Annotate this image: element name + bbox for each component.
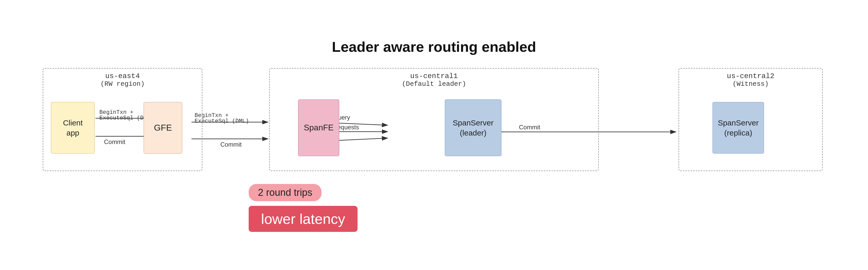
spanfe-label: SpanFE: [304, 122, 334, 133]
page-title: Leader aware routing enabled: [38, 38, 830, 55]
main-content: BeginTxn + ExecuteSql (DML) Commit Begin…: [38, 68, 830, 232]
badge-lower-latency: lower latency: [249, 206, 358, 232]
diagram-container: Leader aware routing enabled BeginTxn + …: [22, 28, 846, 242]
regions-wrapper: BeginTxn + ExecuteSql (DML) Commit Begin…: [38, 68, 825, 179]
spanserver-replica-label: SpanServer(replica): [718, 118, 758, 138]
region-east4: us-east4 (RW region) Clientapp GFE: [43, 68, 202, 171]
region-central1-label: us-central1 (Default leader): [402, 72, 466, 88]
box-gfe: GFE: [144, 102, 182, 154]
arrow-execute-sql-dml-label-2: ExecuteSql (DML): [195, 118, 249, 124]
box-spanserver-leader: SpanServer(leader): [445, 99, 501, 156]
gfe-label: GFE: [154, 122, 172, 133]
region-central2-label: us-central2 (Witness): [727, 72, 775, 88]
box-spanserver-replica: SpanServer(replica): [713, 102, 764, 154]
box-spanfe: SpanFE: [298, 99, 339, 156]
box-client-app: Clientapp: [51, 102, 95, 154]
spanserver-leader-label: SpanServer(leader): [453, 118, 493, 138]
region-central2: us-central2 (Witness) SpanServer(replica…: [679, 68, 823, 171]
client-app-label: Clientapp: [63, 118, 83, 138]
badges-area: 2 round trips lower latency: [249, 184, 830, 232]
region-east4-label: us-east4 (RW region): [100, 72, 145, 88]
arrow-commit-label-2: Commit: [220, 141, 242, 148]
badge-round-trips: 2 round trips: [249, 184, 321, 201]
region-central1: us-central1 (Default leader) SpanFE Span…: [269, 68, 599, 171]
